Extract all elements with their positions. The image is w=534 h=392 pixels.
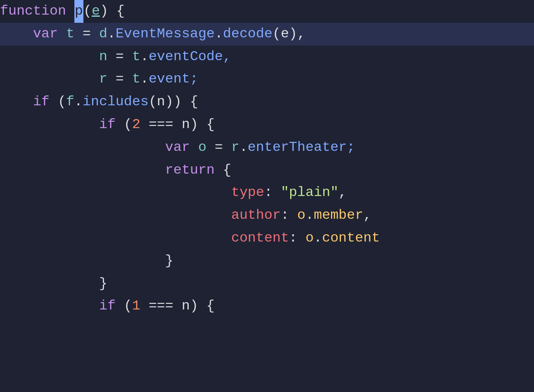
code-line: if (2 === n) {	[0, 113, 534, 136]
code-line: content: o.content	[0, 227, 534, 250]
code-line: if (f.includes(n)) {	[0, 91, 534, 113]
code-line: author: o.member,	[0, 204, 534, 227]
code-line: var t = d.EventMessage.decode(e),	[0, 23, 534, 46]
code-line: function p(e) {	[0, 0, 534, 23]
code-line: var o = r.enterTheater;	[0, 136, 534, 159]
code-line: return {	[0, 159, 534, 182]
code-line: type: "plain",	[0, 181, 534, 204]
code-line: r = t.event;	[0, 68, 534, 91]
code-line: }	[0, 250, 534, 273]
code-line: if (1 === n) {	[0, 295, 534, 318]
code-line: }	[0, 273, 534, 295]
code-line: n = t.eventCode,	[0, 46, 534, 68]
code-editor: function p(e) { var t = d.EventMessage.d…	[0, 0, 534, 392]
